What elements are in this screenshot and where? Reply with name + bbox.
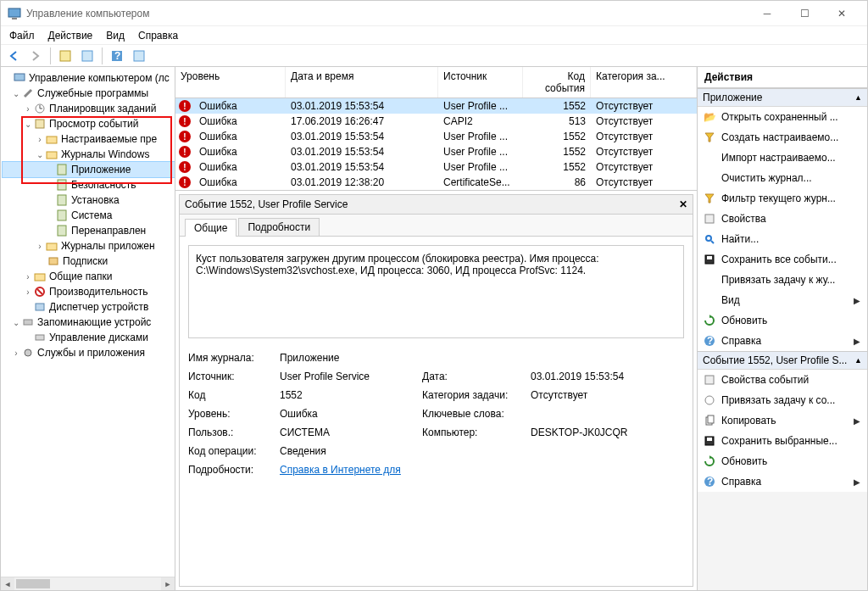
folder-icon (45, 132, 58, 146)
show-hide-tree-button[interactable] (56, 47, 75, 65)
grid-body: Ошибка03.01.2019 15:53:54User Profile ..… (175, 98, 697, 190)
menu-action[interactable]: Действие (48, 30, 93, 42)
action-save-all-events[interactable]: Сохранить все событи... (698, 249, 867, 270)
action-event-properties[interactable]: Свойства событий (698, 370, 867, 390)
tree-event-viewer[interactable]: ⌄Просмотр событий (3, 116, 175, 131)
event-row[interactable]: Ошибка03.01.2019 15:53:54User Profile ..… (175, 129, 697, 144)
action-view-submenu[interactable]: Вид▶ (698, 290, 867, 310)
online-help-link[interactable]: Справка в Интернете для (280, 464, 401, 476)
svg-rect-23 (36, 335, 44, 340)
detail-body: Куст пользователя загружен другим процес… (180, 237, 693, 586)
action-save-selected[interactable]: Сохранить выбранные... (698, 431, 867, 451)
col-source[interactable]: Источник (438, 67, 523, 98)
tree-security-log[interactable]: Безопасность (3, 177, 175, 192)
properties-icon (703, 212, 716, 226)
detail-close-button[interactable]: ✕ (679, 198, 687, 210)
refresh-icon (703, 314, 716, 327)
detail-tabs: Общие Подробности (180, 215, 693, 237)
tree-windows-logs[interactable]: ⌄Журналы Windows (3, 147, 175, 162)
tree-subscriptions[interactable]: Подписки (3, 254, 175, 269)
tree-application-log[interactable]: Приложение (3, 162, 175, 177)
tree-services-apps[interactable]: ›Службы и приложения (3, 345, 175, 360)
svg-rect-6 (134, 51, 144, 61)
shared-folder-icon (33, 270, 47, 283)
actions-header: Действия (698, 67, 867, 88)
filter-new-icon (703, 131, 716, 144)
event-row[interactable]: Ошибка03.01.2019 15:53:54User Profile ..… (175, 159, 697, 175)
maximize-button[interactable]: ☐ (786, 2, 823, 25)
computer-icon (13, 71, 26, 85)
action-open-saved-log[interactable]: 📂Открыть сохраненный ... (698, 107, 867, 127)
action-refresh-event[interactable]: Обновить (698, 451, 867, 471)
tree-performance[interactable]: ›Производительность (3, 284, 175, 299)
svg-rect-16 (58, 226, 66, 236)
tree-custom-views[interactable]: ›Настраиваемые пре (3, 131, 175, 147)
clock-icon (33, 102, 47, 115)
action-create-custom-view[interactable]: Создать настраиваемо... (698, 127, 867, 148)
chevron-right-icon: ▶ (854, 477, 860, 487)
menu-help[interactable]: Справка (138, 30, 178, 42)
actions-section-app[interactable]: Приложение▲ (698, 88, 867, 107)
col-category[interactable]: Категория за... (591, 67, 697, 98)
col-eventid[interactable]: Код события (523, 67, 591, 98)
tree-system-tools[interactable]: ⌄Служебные программы (3, 86, 175, 101)
action-copy[interactable]: Копировать▶ (698, 410, 867, 431)
error-icon (179, 146, 191, 158)
grid-header[interactable]: Уровень Дата и время Источник Код событи… (175, 67, 697, 98)
event-row[interactable]: Ошибка03.01.2019 15:53:54User Profile ..… (175, 98, 697, 114)
svg-rect-21 (36, 304, 44, 310)
event-row[interactable]: Ошибка03.01.2019 12:38:20CertificateSe..… (175, 175, 697, 190)
col-datetime[interactable]: Дата и время (286, 67, 438, 98)
actions-section-event[interactable]: Событие 1552, User Profile S...▲ (698, 351, 867, 370)
svg-rect-2 (60, 51, 70, 61)
tree-app-logs[interactable]: ›Журналы приложен (3, 238, 175, 254)
tree-task-scheduler[interactable]: ›Планировщик заданий (3, 101, 175, 116)
close-button[interactable]: ✕ (823, 2, 860, 25)
menu-view[interactable]: Вид (106, 30, 125, 42)
action-clear-log[interactable]: Очистить журнал... (698, 168, 867, 188)
event-row[interactable]: Ошибка03.01.2019 15:53:54User Profile ..… (175, 144, 697, 159)
navigation-tree[interactable]: Управление компьютером (лс ⌄Служебные пр… (1, 67, 175, 590)
refresh-toolbar-button[interactable] (130, 47, 148, 65)
action-import-custom-view[interactable]: Импорт настраиваемо... (698, 148, 867, 168)
tree-setup-log[interactable]: Установка (3, 192, 175, 208)
event-grid[interactable]: Уровень Дата и время Источник Код событи… (175, 67, 697, 191)
tree-device-manager[interactable]: Диспетчер устройств (3, 299, 175, 315)
properties-button[interactable] (78, 47, 97, 65)
minimize-button[interactable]: ─ (748, 2, 786, 25)
tree-shared-folders[interactable]: ›Общие папки (3, 269, 175, 284)
tree-disk-management[interactable]: Управление дисками (3, 330, 175, 345)
tree-forwarded-log[interactable]: Перенаправлен (3, 223, 175, 238)
help-toolbar-button[interactable]: ? (108, 47, 126, 65)
menubar: Файл Действие Вид Справка (1, 26, 867, 45)
event-row[interactable]: Ошибка17.06.2019 16:26:47CAPI2513Отсутст… (175, 114, 697, 129)
tree-horizontal-scrollbar[interactable]: ◄► (1, 577, 175, 590)
svg-rect-0 (8, 8, 20, 17)
action-properties[interactable]: Свойства (698, 209, 867, 229)
svg-point-24 (25, 349, 31, 356)
tree-root[interactable]: Управление компьютером (лс (3, 70, 175, 86)
tree-storage[interactable]: ⌄Запоминающие устройс (3, 315, 175, 330)
col-level[interactable]: Уровень (175, 67, 286, 98)
action-filter-log[interactable]: Фильтр текущего журн... (698, 188, 867, 209)
action-help-event[interactable]: ?Справка▶ (698, 471, 867, 492)
svg-point-26 (706, 236, 711, 241)
action-help[interactable]: ?Справка▶ (698, 331, 867, 351)
tab-general[interactable]: Общие (185, 219, 236, 237)
subscription-icon (47, 254, 60, 268)
action-attach-task[interactable]: Привязать задачу к жу... (698, 270, 867, 290)
refresh-icon (703, 454, 716, 468)
tree-system-log[interactable]: Система (3, 208, 175, 223)
detail-title: Событие 1552, User Profile Service (185, 198, 348, 210)
toolbar: ? (1, 45, 867, 67)
action-find[interactable]: Найти... (698, 229, 867, 249)
forward-button[interactable] (26, 47, 45, 65)
content-area: Управление компьютером (лс ⌄Служебные пр… (1, 67, 867, 590)
back-button[interactable] (4, 47, 23, 65)
action-attach-task-event[interactable]: Привязать задачу к со... (698, 390, 867, 410)
actions-pane: Действия Приложение▲ 📂Открыть сохраненны… (698, 67, 867, 590)
menu-file[interactable]: Файл (9, 30, 35, 42)
tab-details[interactable]: Подробности (238, 218, 320, 236)
chevron-right-icon: ▶ (854, 296, 860, 305)
action-refresh[interactable]: Обновить (698, 310, 867, 331)
